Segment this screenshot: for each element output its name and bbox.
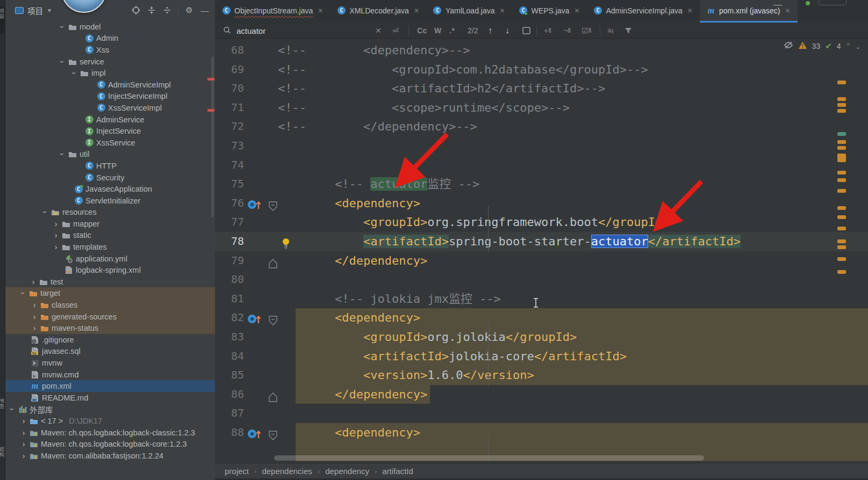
- tree-item-injectservice[interactable]: IInjectService: [5, 125, 215, 137]
- code-viewport[interactable]: 68<!-- <dependency>-->69<!-- <groupId>co…: [215, 41, 868, 461]
- tree-item-admin[interactable]: CAdmin: [5, 33, 215, 45]
- tree-item-templates[interactable]: ›templates: [5, 241, 215, 253]
- tree-item-target[interactable]: ›target: [5, 288, 215, 300]
- project-tree-scrollbar[interactable]: [211, 56, 214, 217]
- add-occurrence-icon[interactable]: +Ⅱ: [544, 23, 551, 39]
- tab-yamlload.java[interactable]: CYamlLoad.java✕: [426, 0, 512, 23]
- project-stripe-label[interactable]: 项目: [0, 9, 5, 19]
- error-stripe-mark[interactable]: [837, 270, 846, 274]
- tree-item-http[interactable]: CHTTP: [5, 160, 215, 172]
- error-stripe-mark[interactable]: [837, 178, 846, 182]
- code-line-81[interactable]: 81 <!-- jolokia jmx监控 -->: [215, 289, 868, 309]
- code-line-84[interactable]: 84 <artifactId>jolokia-core</artifactId>: [215, 347, 868, 366]
- error-stripe-mark[interactable]: [837, 171, 846, 174]
- tree-item-xssservice[interactable]: IXssService: [5, 137, 215, 149]
- error-stripe-mark[interactable]: [837, 189, 846, 193]
- tree-collapse-chevron[interactable]: ›: [58, 151, 67, 157]
- code-line-71[interactable]: 71<!-- <scope>runtime</scope>-->: [215, 98, 868, 118]
- error-stripe-mark[interactable]: [837, 103, 846, 107]
- tree-item-impl[interactable]: ›impl: [5, 67, 215, 79]
- tree-item-model[interactable]: ›model: [5, 21, 215, 33]
- tree-collapse-chevron[interactable]: ›: [70, 70, 78, 76]
- error-stripe-mark[interactable]: [837, 154, 846, 162]
- tree-item-security[interactable]: CSecurity: [5, 172, 215, 184]
- breadcrumb-item-project[interactable]: project: [225, 467, 249, 476]
- tree-expand-chevron[interactable]: ›: [53, 220, 59, 228]
- tree-item-javasec.sql[interactable]: SQLjavasec.sql: [5, 346, 215, 358]
- tree-item-maven-ch.qos.logback-logback-classic-1.2.3[interactable]: ›Maven: ch.qos.logback:logback-classic:1…: [5, 427, 215, 439]
- tree-item-mvnw.cmd[interactable]: mvnw.cmd: [5, 369, 215, 381]
- tree-collapse-chevron[interactable]: ›: [41, 209, 49, 215]
- close-icon[interactable]: ✕: [785, 7, 791, 14]
- filter-lines-icon[interactable]: ≡I: [607, 23, 613, 39]
- code-line-80[interactable]: 80: [215, 270, 868, 289]
- close-icon[interactable]: ✕: [414, 7, 419, 14]
- tree-item-application.yml[interactable]: application.yml: [5, 253, 215, 265]
- tree-expand-chevron[interactable]: ›: [53, 243, 59, 251]
- tree-item-generated-sources[interactable]: ›generated-sources: [5, 311, 215, 323]
- code-line-88[interactable]: 88 <dependency>: [215, 423, 868, 442]
- tree-expand-chevron[interactable]: ›: [31, 312, 38, 321]
- code-line-85[interactable]: 85 <version>1.6.0</version>: [215, 366, 868, 385]
- code-line-68[interactable]: 68<!-- <dependency>-->: [215, 41, 868, 60]
- error-stripe-mark[interactable]: [837, 97, 846, 101]
- breadcrumb-item-dependencies[interactable]: dependencies: [262, 467, 312, 476]
- match-case-toggle[interactable]: Cc: [417, 23, 427, 39]
- chevron-down-icon[interactable]: ▼: [47, 8, 52, 13]
- close-icon[interactable]: ✕: [500, 7, 505, 14]
- tree-item-pom.xml[interactable]: mpom.xml: [5, 380, 215, 392]
- error-stripe-mark[interactable]: [837, 227, 846, 230]
- tree-item-classes[interactable]: ›classes: [5, 299, 215, 311]
- select-all-occurrences-icon[interactable]: ☑Ⅱ: [582, 23, 591, 39]
- tree-item-util[interactable]: ›util: [5, 149, 215, 161]
- tree-item-servletinitializer[interactable]: CServletInitializer: [5, 195, 215, 207]
- error-stripe-mark[interactable]: [837, 109, 846, 113]
- tree-collapse-chevron[interactable]: ›: [58, 59, 67, 65]
- close-icon[interactable]: ✕: [687, 7, 693, 14]
- close-icon[interactable]: ✕: [375, 23, 382, 39]
- filter-funnel-icon[interactable]: [625, 23, 632, 39]
- tree-collapse-chevron[interactable]: ›: [8, 406, 17, 412]
- code-line-87[interactable]: 87: [215, 404, 868, 423]
- expand-all-icon[interactable]: [147, 5, 156, 15]
- tree-expand-chevron[interactable]: ›: [30, 278, 37, 286]
- code-line-74[interactable]: 74: [215, 156, 868, 175]
- tree-expand-chevron[interactable]: ›: [31, 301, 38, 309]
- tree-item-readme.md[interactable]: MDREADME.md: [5, 392, 215, 404]
- code-line-82[interactable]: 82 <dependency>: [215, 308, 868, 328]
- tree-item-外部库[interactable]: ›外部库: [5, 404, 215, 416]
- structure-stripe-label[interactable]: 结构: [0, 447, 5, 457]
- tree-expand-chevron[interactable]: ›: [20, 417, 27, 425]
- code-line-77[interactable]: 77 <groupId>org.springframework.boot</gr…: [215, 213, 868, 232]
- code-line-78[interactable]: 78 <artifactId>spring-boot-starter-actua…: [215, 232, 868, 251]
- regex-toggle[interactable]: .*: [449, 23, 455, 39]
- breadcrumb-item-artifactid[interactable]: artifactId: [382, 467, 413, 476]
- error-stripe-mark[interactable]: [837, 146, 846, 150]
- code-line-72[interactable]: 72<!-- </dependency>-->: [215, 117, 868, 136]
- close-icon[interactable]: ✕: [574, 7, 579, 14]
- tree-item-static[interactable]: ›static: [5, 230, 215, 242]
- project-panel-title[interactable]: 项目: [27, 5, 43, 16]
- code-line-86[interactable]: 86 </dependency>: [215, 385, 868, 404]
- tree-expand-chevron[interactable]: ›: [53, 231, 59, 239]
- newline-icon[interactable]: ⏎: [392, 23, 399, 39]
- tree-expand-chevron[interactable]: ›: [20, 440, 27, 448]
- tree-item-mvnw[interactable]: mvnw: [5, 357, 215, 369]
- settings-icon[interactable]: ⚙: [184, 5, 194, 15]
- open-in-find-window-icon[interactable]: [522, 23, 530, 39]
- tree-item-javasecapplication[interactable]: CJavasecApplication: [5, 183, 215, 195]
- locate-icon[interactable]: [131, 5, 141, 15]
- tab-objectinputstream.java[interactable]: CObjectInputStream.java✕: [215, 0, 330, 23]
- tree-item-resources[interactable]: ›resources: [5, 207, 215, 219]
- collapse-all-icon[interactable]: [162, 5, 172, 15]
- search-input[interactable]: actuator: [236, 23, 266, 39]
- tree-item-maven-status[interactable]: ›maven-status: [5, 322, 215, 334]
- code-line-75[interactable]: 75 <!-- actuator监控 -->: [215, 174, 868, 194]
- tree-collapse-chevron[interactable]: ›: [19, 290, 27, 296]
- tree-item--17-[interactable]: ›< 17 >D:\JDK17: [5, 415, 215, 427]
- error-stripe-mark[interactable]: [837, 215, 846, 219]
- hide-warnings-icon[interactable]: [784, 41, 793, 51]
- error-stripe-mark[interactable]: [837, 257, 846, 261]
- error-stripe-mark[interactable]: [837, 140, 846, 144]
- code-line-69[interactable]: 69<!-- <groupId>com.h2database</groupId>…: [215, 60, 868, 79]
